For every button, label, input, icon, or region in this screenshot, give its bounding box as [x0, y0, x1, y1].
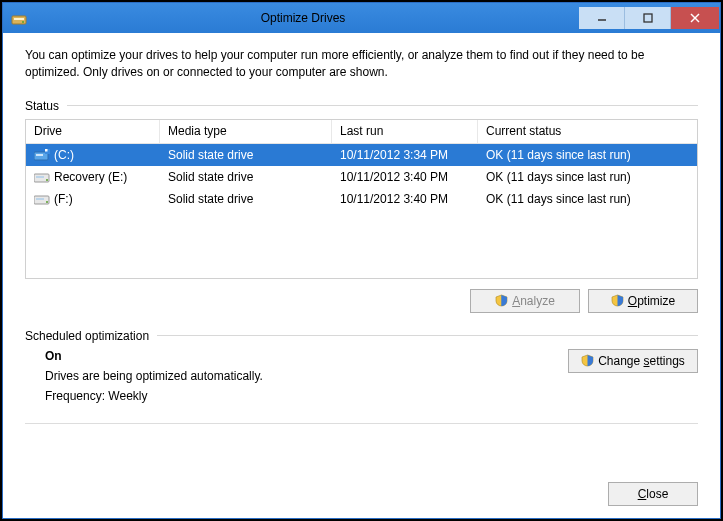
svg-point-13 — [46, 179, 48, 181]
svg-rect-10 — [45, 149, 48, 152]
drive-icon — [34, 171, 50, 183]
schedule-block: On Drives are being optimized automatica… — [25, 349, 698, 409]
schedule-section-label: Scheduled optimization — [25, 329, 698, 343]
svg-rect-8 — [36, 154, 43, 156]
table-row[interactable]: (C:)Solid state drive10/11/2012 3:34 PMO… — [26, 144, 697, 166]
analyze-label: Analyze — [512, 294, 555, 308]
close-label: Close — [638, 487, 669, 501]
svg-rect-15 — [36, 198, 44, 200]
drive-status: OK (11 days since last run) — [478, 148, 697, 162]
drive-status: OK (11 days since last run) — [478, 170, 697, 184]
analyze-button[interactable]: Analyze — [470, 289, 580, 313]
table-row[interactable]: Recovery (E:)Solid state drive10/11/2012… — [26, 166, 697, 188]
drive-list[interactable]: Drive Media type Last run Current status… — [25, 119, 698, 279]
change-settings-button[interactable]: Change settings — [568, 349, 698, 373]
table-row[interactable]: (F:)Solid state drive10/11/2012 3:40 PMO… — [26, 188, 697, 210]
schedule-freq: Frequency: Weekly — [45, 389, 263, 403]
divider — [157, 335, 698, 336]
change-settings-label: Change settings — [598, 354, 685, 368]
optimize-button[interactable]: Optimize — [588, 289, 698, 313]
shield-icon — [611, 294, 624, 307]
svg-point-2 — [22, 21, 24, 23]
titlebar: Optimize Drives — [3, 3, 720, 33]
svg-rect-4 — [644, 14, 652, 22]
footer: Close — [25, 472, 698, 506]
schedule-state: On — [45, 349, 263, 363]
description-text: You can optimize your drives to help you… — [25, 47, 698, 81]
drive-last-run: 10/11/2012 3:34 PM — [332, 148, 478, 162]
col-drive[interactable]: Drive — [26, 120, 160, 143]
drive-name: (C:) — [54, 148, 74, 162]
drive-name: (F:) — [54, 192, 73, 206]
status-section-label: Status — [25, 99, 698, 113]
schedule-desc: Drives are being optimized automatically… — [45, 369, 263, 383]
maximize-button[interactable] — [625, 7, 671, 29]
window-controls — [579, 7, 719, 29]
window-title: Optimize Drives — [27, 11, 579, 25]
shield-icon — [581, 354, 594, 367]
drive-last-run: 10/11/2012 3:40 PM — [332, 170, 478, 184]
shield-icon — [495, 294, 508, 307]
divider — [67, 105, 698, 106]
col-media[interactable]: Media type — [160, 120, 332, 143]
close-button[interactable] — [671, 7, 719, 29]
optimize-label: Optimize — [628, 294, 675, 308]
optimize-drives-window: Optimize Drives You can optimize your dr… — [2, 2, 721, 519]
close-dialog-button[interactable]: Close — [608, 482, 698, 506]
status-label: Status — [25, 99, 59, 113]
drive-icon — [34, 193, 50, 205]
drive-media: Solid state drive — [160, 192, 332, 206]
schedule-label: Scheduled optimization — [25, 329, 149, 343]
col-last-run[interactable]: Last run — [332, 120, 478, 143]
svg-rect-1 — [14, 18, 24, 20]
svg-rect-12 — [36, 176, 44, 178]
drive-name: Recovery (E:) — [54, 170, 127, 184]
col-current-status[interactable]: Current status — [478, 120, 697, 143]
schedule-info: On Drives are being optimized automatica… — [25, 349, 263, 409]
footer-divider — [25, 423, 698, 424]
app-icon — [11, 10, 27, 26]
svg-point-16 — [46, 201, 48, 203]
drive-last-run: 10/11/2012 3:40 PM — [332, 192, 478, 206]
content-area: You can optimize your drives to help you… — [3, 33, 720, 518]
drive-media: Solid state drive — [160, 148, 332, 162]
action-button-row: Analyze Optimize — [25, 289, 698, 313]
drive-media: Solid state drive — [160, 170, 332, 184]
minimize-button[interactable] — [579, 7, 625, 29]
drive-icon — [34, 149, 50, 161]
drive-status: OK (11 days since last run) — [478, 192, 697, 206]
list-header: Drive Media type Last run Current status — [26, 120, 697, 144]
